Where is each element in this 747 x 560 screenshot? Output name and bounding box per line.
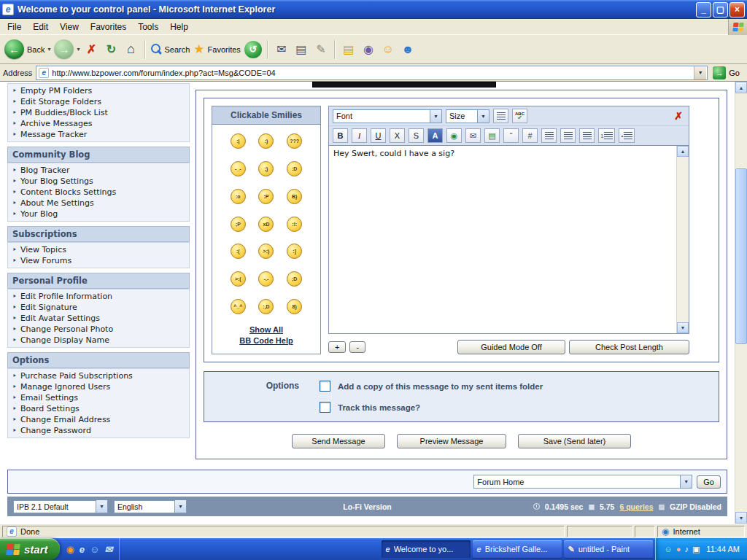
sidebar-link[interactable]: Change Display Name (8, 335, 189, 346)
favorites-button[interactable]: ★ Favorites (193, 42, 241, 57)
close-button[interactable]: × (729, 2, 745, 18)
sidebar-link[interactable]: Archive Messages (8, 118, 189, 129)
align-left-button[interactable] (541, 128, 557, 143)
menu-item[interactable]: Edit (27, 20, 54, 34)
sidebar-link[interactable]: Blog Tracker (8, 165, 189, 176)
bbcode-help-link[interactable]: BB Code Help (212, 335, 320, 346)
smiley-icon[interactable]: xD (258, 217, 274, 232)
smiley-icon[interactable]: >:( (231, 271, 246, 287)
smiley-icon[interactable]: :( (231, 244, 246, 259)
messenger-quicklaunch-icon[interactable]: ☺ (90, 544, 99, 555)
refresh-button[interactable]: ↻ (104, 40, 120, 59)
forward-button[interactable]: → ▾ (54, 39, 80, 59)
back-dropdown-icon[interactable]: ▾ (47, 46, 50, 52)
messenger-tray-icon[interactable]: ☺ (665, 545, 673, 553)
forward-dropdown-icon[interactable]: ▾ (77, 46, 80, 52)
queries-link[interactable]: 6 queries (619, 502, 653, 511)
smiley-icon[interactable]: :o (231, 189, 246, 204)
sidebar-link[interactable]: View Topics (8, 244, 189, 255)
smiley-icon[interactable]: -_- (231, 161, 246, 176)
page-scrollbar[interactable]: ▲ ▼ (735, 82, 747, 524)
forum-jump-go-button[interactable]: Go (697, 475, 721, 489)
sidebar-link[interactable]: PM Buddies/Block List (8, 107, 189, 118)
align-right-button[interactable] (579, 128, 595, 143)
smiley-icon[interactable]: >:) (258, 244, 274, 259)
recipient-field-partial[interactable] (312, 82, 496, 88)
sidebar-link[interactable]: Content Blocks Settings (8, 187, 189, 198)
notes-button[interactable]: ▤ (341, 40, 357, 59)
sidebar-link[interactable]: Your Blog Settings (8, 176, 189, 187)
sidebar-link[interactable]: Purchase Paid Subscriptions (8, 370, 189, 381)
task-button-brickshelf[interactable]: e Brickshelf Galle... (473, 540, 562, 558)
language-select[interactable]: English ▼ (114, 500, 187, 513)
smiley-icon[interactable]: ??? (287, 133, 302, 149)
messenger-button[interactable]: ☺ (380, 40, 396, 59)
unordered-list-button[interactable]: • (619, 128, 635, 143)
menu-item[interactable]: File (1, 20, 27, 34)
menu-item[interactable]: Favorites (85, 20, 132, 34)
spellcheck-button[interactable]: ABC ✔ (512, 109, 527, 123)
print-button[interactable]: ▤ (293, 40, 309, 59)
sidebar-link[interactable]: Edit Profile Information (8, 291, 189, 302)
network-icon[interactable]: ▣ (692, 545, 700, 554)
sidebar-link[interactable]: Empty PM Folders (8, 85, 189, 96)
start-button[interactable]: start (0, 538, 60, 560)
task-button-paint[interactable]: ✎ untitled - Paint (564, 540, 653, 558)
task-button-control-panel[interactable]: e Welcome to yo... (382, 540, 471, 558)
italic-button[interactable]: I (352, 128, 367, 143)
menu-item[interactable]: Tools (132, 20, 164, 34)
sidebar-link[interactable]: Manage Ignored Users (8, 381, 189, 392)
research-button[interactable]: ◉ (360, 40, 376, 59)
font-increase-button[interactable]: + (328, 341, 346, 353)
insert-link-button[interactable]: ◉ (446, 128, 462, 143)
sidebar-link[interactable]: Edit Avatar Settings (8, 313, 189, 324)
smiley-icon[interactable]: :D (287, 161, 302, 176)
edit-button[interactable]: ✎ (313, 40, 329, 59)
preview-message-button[interactable]: Preview Message (397, 434, 506, 448)
special-items-button[interactable] (493, 109, 508, 123)
scroll-down-icon[interactable]: ▼ (677, 322, 689, 333)
scrollbar-thumb[interactable] (735, 168, 747, 344)
search-button[interactable]: Search (151, 44, 190, 55)
maximize-button[interactable]: ▢ (713, 2, 728, 18)
sidebar-link[interactable]: Change Personal Photo (8, 324, 189, 335)
smiley-icon[interactable]: ^_^ (231, 299, 246, 314)
home-button[interactable]: ⌂ (123, 40, 139, 59)
close-tags-button[interactable]: X (390, 128, 405, 143)
align-center-button[interactable] (560, 128, 576, 143)
font-select[interactable]: Font ▼ (333, 109, 442, 123)
smiley-icon[interactable]: :| (231, 133, 246, 149)
smiley-icon[interactable]: B) (287, 189, 302, 204)
sidebar-link[interactable]: Message Tracker (8, 129, 189, 140)
insert-email-button[interactable]: ✉ (465, 128, 481, 143)
address-dropdown-icon[interactable]: ▼ (694, 66, 706, 79)
smiley-icon[interactable]: ;P (231, 217, 246, 232)
skin-select[interactable]: IPB 2.1 Default ▼ (13, 500, 108, 513)
insert-code-button[interactable]: # (522, 128, 538, 143)
address-input[interactable] (52, 69, 691, 77)
smiley-icon[interactable]: :] (287, 244, 302, 259)
send-message-button[interactable]: Send Message (292, 434, 385, 448)
sidebar-link[interactable]: Board Settings (8, 403, 189, 414)
textarea-scrollbar[interactable]: ▲ ▼ (676, 146, 689, 333)
sidebar-link[interactable]: Edit Storage Folders (8, 96, 189, 107)
minimize-button[interactable]: _ (696, 2, 711, 18)
scrollbar-track[interactable] (735, 93, 747, 512)
msn-button[interactable]: ☻ (400, 40, 416, 59)
sidebar-link[interactable]: Your Blog (8, 209, 189, 219)
ordered-list-button[interactable]: 1 (598, 128, 615, 143)
smiley-icon[interactable]: :) (258, 133, 274, 149)
outlook-quicklaunch-icon[interactable]: ✉ (104, 544, 112, 555)
smiley-icon[interactable]: :P (258, 189, 274, 204)
mail-button[interactable]: ✉ (274, 40, 290, 59)
message-textarea[interactable]: Hey Swert, could I have a sig? (329, 146, 676, 333)
insert-image-button[interactable]: ▤ (484, 128, 500, 143)
size-select[interactable]: Size ▼ (446, 109, 489, 123)
smiley-icon[interactable]: :!: (287, 217, 302, 232)
lofi-version-link[interactable]: Lo-Fi Version (343, 502, 392, 511)
sidebar-link[interactable]: View Forums (8, 255, 189, 266)
sidebar-link[interactable]: Edit Signature (8, 302, 189, 313)
smiley-icon[interactable]: ;) (258, 161, 274, 176)
font-color-button[interactable]: A (427, 128, 443, 143)
guided-mode-button[interactable]: Guided Mode Off (457, 340, 565, 354)
